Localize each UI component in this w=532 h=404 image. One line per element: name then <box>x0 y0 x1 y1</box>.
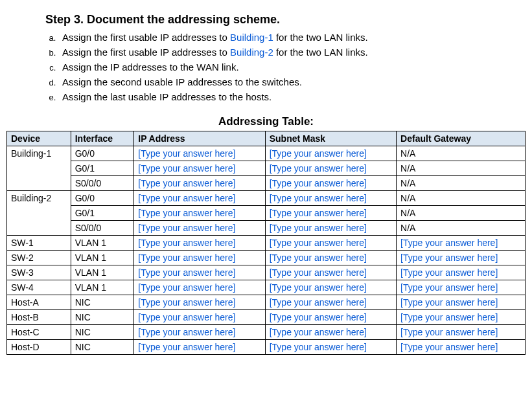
answer-placeholder[interactable]: [Type your answer here] <box>270 238 367 248</box>
answer-placeholder[interactable]: [Type your answer here] <box>400 327 498 337</box>
col-ip-address: IP Address <box>134 131 265 146</box>
answer-placeholder[interactable]: [Type your answer here] <box>270 163 367 174</box>
instruction-item: Assign the IP addresses to the WAN link. <box>58 62 526 73</box>
instruction-item: Assign the second usable IP addresses to… <box>58 76 526 87</box>
cell-ip-address: [Type your answer here] <box>134 251 265 265</box>
cell-default-gateway: [Type your answer here] <box>397 325 526 340</box>
cell-device: SW-3 <box>7 265 71 280</box>
answer-placeholder[interactable]: [Type your answer here] <box>270 282 367 293</box>
answer-placeholder[interactable]: [Type your answer here] <box>138 163 235 174</box>
instruction-item: Assign the first usable IP addresses to … <box>58 32 526 43</box>
cell-interface: S0/0/0 <box>71 221 134 236</box>
cell-subnet-mask: [Type your answer here] <box>265 295 396 310</box>
instruction-text: Assign the first usable IP addresses to <box>62 47 230 58</box>
instruction-text: Assign the IP addresses to the WAN link. <box>62 62 239 73</box>
answer-placeholder[interactable]: [Type your answer here] <box>138 223 235 233</box>
cell-subnet-mask: [Type your answer here] <box>265 161 396 176</box>
answer-placeholder[interactable]: [Type your answer here] <box>270 297 367 308</box>
answer-placeholder[interactable]: [Type your answer here] <box>138 148 235 159</box>
answer-placeholder[interactable]: [Type your answer here] <box>138 267 235 278</box>
cell-subnet-mask: [Type your answer here] <box>265 310 396 325</box>
answer-placeholder[interactable]: [Type your answer here] <box>270 193 367 203</box>
answer-placeholder[interactable]: [Type your answer here] <box>270 148 367 159</box>
answer-placeholder[interactable]: [Type your answer here] <box>270 267 367 278</box>
table-row: Host-CNIC[Type your answer here][Type yo… <box>7 325 526 340</box>
instruction-text: Assign the second usable IP addresses to… <box>62 76 302 87</box>
cell-device: SW-2 <box>7 251 71 265</box>
instruction-link[interactable]: Building-2 <box>230 47 273 58</box>
table-row: SW-1VLAN 1[Type your answer here][Type y… <box>7 236 526 251</box>
answer-placeholder[interactable]: [Type your answer here] <box>138 342 235 352</box>
instruction-item: Assign the last usable IP addresses to t… <box>58 91 526 102</box>
answer-placeholder[interactable]: [Type your answer here] <box>138 208 235 218</box>
answer-placeholder[interactable]: [Type your answer here] <box>400 238 498 248</box>
cell-interface: NIC <box>71 325 134 340</box>
answer-placeholder[interactable]: [Type your answer here] <box>138 282 235 293</box>
cell-device: SW-1 <box>7 236 71 251</box>
cell-ip-address: [Type your answer here] <box>134 295 265 310</box>
cell-ip-address: [Type your answer here] <box>134 265 265 280</box>
answer-placeholder[interactable]: [Type your answer here] <box>270 312 367 322</box>
instruction-text: Assign the last usable IP addresses to t… <box>62 91 272 102</box>
answer-placeholder[interactable]: [Type your answer here] <box>138 297 235 308</box>
table-header-row: Device Interface IP Address Subnet Mask … <box>7 131 526 146</box>
answer-placeholder[interactable]: [Type your answer here] <box>270 327 367 337</box>
answer-placeholder[interactable]: [Type your answer here] <box>138 238 235 248</box>
answer-placeholder[interactable]: [Type your answer here] <box>138 252 235 263</box>
answer-placeholder[interactable]: [Type your answer here] <box>138 193 235 203</box>
answer-placeholder[interactable]: [Type your answer here] <box>270 342 367 352</box>
cell-default-gateway: [Type your answer here] <box>397 236 526 251</box>
cell-ip-address: [Type your answer here] <box>134 161 265 176</box>
cell-subnet-mask: [Type your answer here] <box>265 221 396 236</box>
cell-subnet-mask: [Type your answer here] <box>265 280 396 295</box>
cell-subnet-mask: [Type your answer here] <box>265 176 396 191</box>
cell-interface: G0/0 <box>71 146 134 161</box>
instruction-link[interactable]: Building-1 <box>230 32 273 43</box>
step-title: Step 3. Document the addressing scheme. <box>45 13 526 27</box>
cell-ip-address: [Type your answer here] <box>134 310 265 325</box>
cell-default-gateway: N/A <box>397 206 526 221</box>
table-row: Host-ANIC[Type your answer here][Type yo… <box>7 295 526 310</box>
cell-interface: VLAN 1 <box>71 236 134 251</box>
table-row: G0/1[Type your answer here][Type your an… <box>7 206 526 221</box>
answer-placeholder[interactable]: [Type your answer here] <box>138 312 235 322</box>
instruction-item: Assign the first usable IP addresses to … <box>58 47 526 58</box>
cell-interface: NIC <box>71 295 134 310</box>
instruction-text: for the two LAN links. <box>273 47 368 58</box>
answer-placeholder[interactable]: [Type your answer here] <box>270 178 367 188</box>
cell-subnet-mask: [Type your answer here] <box>265 236 396 251</box>
answer-placeholder[interactable]: [Type your answer here] <box>400 267 498 278</box>
answer-placeholder[interactable]: [Type your answer here] <box>270 223 367 233</box>
answer-placeholder[interactable]: [Type your answer here] <box>400 252 498 263</box>
table-row: Building-2G0/0[Type your answer here][Ty… <box>7 191 526 206</box>
cell-default-gateway: [Type your answer here] <box>397 251 526 265</box>
answer-placeholder[interactable]: [Type your answer here] <box>400 342 498 352</box>
answer-placeholder[interactable]: [Type your answer here] <box>400 312 498 322</box>
col-default-gateway: Default Gateway <box>397 131 526 146</box>
cell-interface: S0/0/0 <box>71 176 134 191</box>
table-row: S0/0/0[Type your answer here][Type your … <box>7 176 526 191</box>
cell-device: Host-C <box>7 325 71 340</box>
cell-default-gateway: N/A <box>397 176 526 191</box>
table-row: Host-DNIC[Type your answer here][Type yo… <box>7 340 526 355</box>
cell-device: Host-D <box>7 340 71 355</box>
addressing-table: Device Interface IP Address Subnet Mask … <box>6 131 526 355</box>
col-subnet-mask: Subnet Mask <box>265 131 396 146</box>
answer-placeholder[interactable]: [Type your answer here] <box>270 252 367 263</box>
answer-placeholder[interactable]: [Type your answer here] <box>138 178 235 188</box>
cell-interface: NIC <box>71 310 134 325</box>
answer-placeholder[interactable]: [Type your answer here] <box>138 327 235 337</box>
cell-subnet-mask: [Type your answer here] <box>265 206 396 221</box>
table-row: G0/1[Type your answer here][Type your an… <box>7 161 526 176</box>
answer-placeholder[interactable]: [Type your answer here] <box>400 297 498 308</box>
cell-device: Host-A <box>7 295 71 310</box>
answer-placeholder[interactable]: [Type your answer here] <box>400 282 498 293</box>
cell-subnet-mask: [Type your answer here] <box>265 251 396 265</box>
cell-default-gateway: N/A <box>397 146 526 161</box>
cell-default-gateway: [Type your answer here] <box>397 310 526 325</box>
answer-placeholder[interactable]: [Type your answer here] <box>270 208 367 218</box>
cell-ip-address: [Type your answer here] <box>134 191 265 206</box>
cell-device: Host-B <box>7 310 71 325</box>
cell-interface: VLAN 1 <box>71 251 134 265</box>
cell-interface: NIC <box>71 340 134 355</box>
